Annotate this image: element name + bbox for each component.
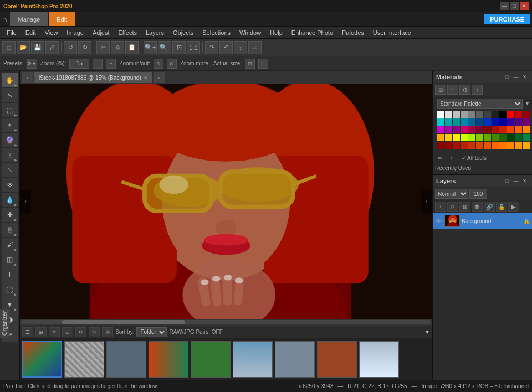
menu-selections[interactable]: Selections <box>198 28 235 37</box>
menu-palettes[interactable]: Palettes <box>337 28 369 37</box>
swatch-lightgray[interactable] <box>445 111 452 118</box>
tool-crop[interactable]: ⊡ ▶ <box>2 148 18 162</box>
tool-pan[interactable]: ✋ ▶ <box>2 73 18 87</box>
swatch-amber[interactable] <box>437 134 444 141</box>
swatch-lime1[interactable] <box>461 134 468 141</box>
mat-view-btn1[interactable]: ⊞ <box>435 85 446 95</box>
swatch-red9[interactable] <box>499 142 507 149</box>
tool-text[interactable]: T <box>2 267 18 282</box>
swatch-black[interactable] <box>499 111 507 118</box>
tool-color-dropper[interactable]: 💧 ▶ <box>2 193 18 207</box>
swatch-gray3[interactable] <box>468 111 475 118</box>
layers-float-btn[interactable]: □ <box>503 177 511 185</box>
canvas-hscroll[interactable] <box>20 319 432 326</box>
layer-delete-btn[interactable]: 🗑 <box>472 202 483 212</box>
materials-float-btn[interactable]: □ <box>503 73 511 81</box>
tb-print[interactable]: 🖨 <box>45 41 59 54</box>
tool-clone[interactable]: ⎘ ▶ <box>2 223 18 237</box>
swatch-darkred[interactable] <box>515 111 522 118</box>
presets-dropdown[interactable]: ⚙▼ <box>27 59 37 69</box>
tb-redo[interactable]: ↻ <box>78 41 91 54</box>
layer-duplicate-btn[interactable]: ⎘ <box>447 202 458 212</box>
mat-view-btn3[interactable]: ⚙ <box>459 85 470 95</box>
canvas-tab-next[interactable]: › <box>154 72 165 83</box>
tb-paste[interactable]: 📋 <box>125 41 139 54</box>
film-thumb-8[interactable] <box>317 341 357 378</box>
film-thumb-6[interactable] <box>233 341 273 378</box>
tool-heal[interactable]: ✚ ▶ <box>2 208 18 222</box>
swatch-red11[interactable] <box>515 142 522 149</box>
swatch-magenta1[interactable] <box>437 126 444 133</box>
swatch-red10[interactable] <box>507 142 514 149</box>
swatch-white[interactable] <box>437 111 444 118</box>
swatch-yellow2[interactable] <box>453 134 460 141</box>
canvas-tab-close[interactable]: ✕ <box>144 75 148 80</box>
tb-undo[interactable]: ↺ <box>64 41 77 54</box>
tool-magic-wand[interactable]: 🔮 ▶ <box>2 133 18 147</box>
filmstrip-grid-btn[interactable]: ⊞ <box>35 327 47 337</box>
zoom-input[interactable] <box>69 59 89 69</box>
tab-manage[interactable]: Manage <box>10 12 48 26</box>
swatch-maroon[interactable] <box>484 126 491 133</box>
swatch-gray2[interactable] <box>461 111 468 118</box>
swatch-red7[interactable] <box>484 142 491 149</box>
swatch-purple2[interactable] <box>515 118 522 126</box>
film-thumb-7[interactable] <box>275 341 315 378</box>
tb-cut[interactable]: ✂ <box>96 41 110 54</box>
maximize-button[interactable]: □ <box>510 2 519 10</box>
swatch-blue1[interactable] <box>468 118 475 126</box>
swatch-red3[interactable] <box>453 142 460 149</box>
swatch-darker-red[interactable] <box>523 111 530 118</box>
swatch-gray4[interactable] <box>476 111 483 118</box>
organizer-tab[interactable]: Organizer <box>0 309 9 338</box>
swatch-lime2[interactable] <box>468 134 475 141</box>
tb-save[interactable]: 💾 <box>31 41 44 54</box>
swatch-blue4[interactable] <box>492 118 499 126</box>
filmstrip-btn7[interactable]: ⎘ <box>102 327 113 337</box>
tool-lasso[interactable]: ⌖ ▶ <box>2 118 18 132</box>
filmstrip-details-btn[interactable]: ≡ <box>49 327 60 337</box>
tb-flip[interactable]: ↕ <box>234 41 247 54</box>
canvas-tab-prev[interactable]: ‹ <box>22 72 33 83</box>
swatch-gray1[interactable] <box>453 111 460 118</box>
tb-copy[interactable]: ⎘ <box>111 41 124 54</box>
swatch-green2[interactable] <box>492 134 499 141</box>
zoom-inc[interactable]: + <box>106 59 116 69</box>
palette-select[interactable]: Standard Palette <box>437 99 523 109</box>
tb-rotate-ccw[interactable]: ↶ <box>219 41 233 54</box>
menu-enhance-photo[interactable]: Enhance Photo <box>287 28 337 37</box>
tb-open[interactable]: 📂 <box>17 41 30 54</box>
swatch-dark-green2[interactable] <box>507 134 514 141</box>
layer-item-background[interactable]: 👁 Background 🔒 <box>433 213 532 229</box>
swatch-orange1[interactable] <box>507 126 514 133</box>
swatch-green-yellow[interactable] <box>476 134 483 141</box>
tool-select[interactable]: ↖ <box>2 88 18 102</box>
filmstrip-view-btn[interactable]: ☰ <box>22 327 33 337</box>
layers-minimize-btn[interactable]: — <box>512 177 520 185</box>
zoom-out-btn[interactable]: ⊖ <box>167 59 177 69</box>
menu-objects[interactable]: Objects <box>168 28 198 37</box>
swatch-blue3[interactable] <box>484 118 491 126</box>
film-thumb-9[interactable] <box>359 341 399 378</box>
zoom-in-btn[interactable]: ⊕ <box>154 59 163 69</box>
mat-view-btn4[interactable]: ↕ <box>472 85 483 95</box>
opacity-input[interactable] <box>469 189 487 199</box>
layer-visibility-toggle[interactable]: 👁 <box>435 217 443 225</box>
swatch-red[interactable] <box>507 111 514 118</box>
layer-group-btn[interactable]: ⊞ <box>459 202 470 212</box>
menu-user-interface[interactable]: User Interface <box>369 28 416 37</box>
menu-view[interactable]: View <box>40 28 63 37</box>
tool-view[interactable]: 👁 <box>2 178 18 192</box>
swatch-red5[interactable] <box>468 142 475 149</box>
layers-close-btn[interactable]: ✕ <box>521 177 529 185</box>
tool-shape[interactable]: ◯ ▶ <box>2 282 18 297</box>
swatch-red2[interactable] <box>445 142 452 149</box>
swatch-navy[interactable] <box>499 118 507 126</box>
purchase-button[interactable]: PURCHASE <box>484 14 530 24</box>
swatch-orange2[interactable] <box>515 126 522 133</box>
filmstrip-btn5[interactable]: ↺ <box>75 327 86 337</box>
fit-btn[interactable]: ⬚ <box>258 59 268 69</box>
swatch-dark-red2[interactable] <box>437 142 444 149</box>
menu-file[interactable]: File <box>2 28 21 37</box>
film-thumb-3[interactable] <box>106 341 146 378</box>
